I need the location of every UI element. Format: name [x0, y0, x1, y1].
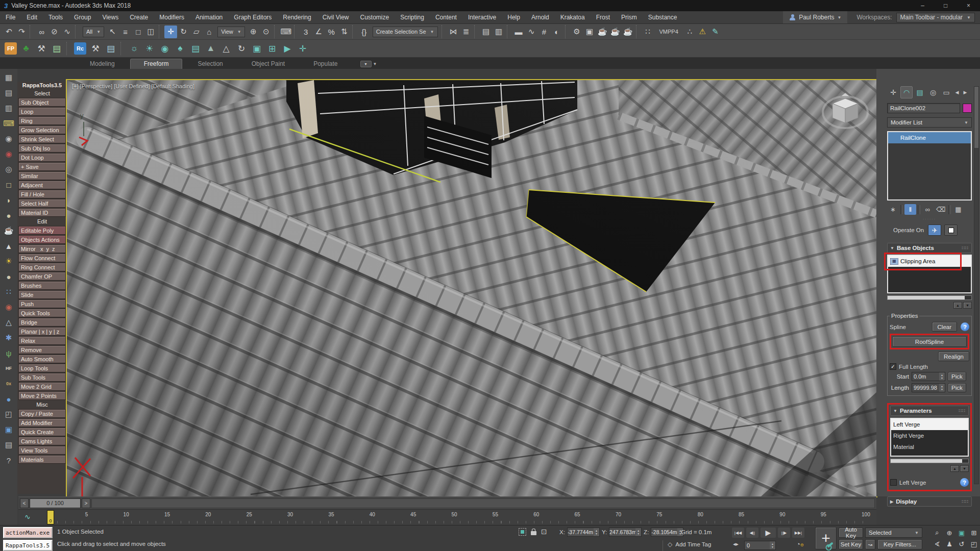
sun-light-icon[interactable]: ☀ — [142, 42, 157, 56]
rappatools-select-half[interactable]: Select Half — [18, 199, 66, 208]
forest-tools-icon[interactable]: ⚒ — [34, 42, 48, 56]
shell-icon[interactable]: ◗ — [2, 194, 15, 206]
parameters-hscrollbar[interactable] — [890, 459, 969, 463]
move-up-button[interactable]: ▲ — [953, 302, 962, 309]
window-crossing-icon[interactable]: ◫ — [144, 26, 157, 38]
dots-icon[interactable]: ∷ — [2, 286, 15, 297]
menu-create[interactable]: Create — [124, 11, 154, 23]
set-keys-button[interactable]: + — [815, 527, 837, 549]
play-button[interactable]: ▶ — [761, 528, 776, 538]
select-and-manipulate-icon[interactable]: ⊙ — [260, 26, 273, 38]
object-color-swatch[interactable] — [963, 104, 972, 113]
rappatools-brushes[interactable]: Brushes — [18, 281, 66, 290]
length-field[interactable]: 99999.98 ▲▼ — [912, 383, 945, 392]
rappatools-push[interactable]: Push — [18, 299, 66, 308]
operate-spline-button[interactable]: ✈ — [928, 224, 941, 236]
display-tab[interactable]: ▭ — [940, 86, 952, 98]
rappatools-quick-tools[interactable]: Quick Tools — [18, 309, 66, 317]
rappatools-loop[interactable]: Loop — [18, 107, 66, 116]
rappatools-shrink-select[interactable]: Shrink Select — [18, 135, 66, 143]
help-icon[interactable]: ? — [2, 455, 15, 466]
layers-stack-icon[interactable]: ▣ — [250, 42, 264, 56]
start-pick-button[interactable]: Pick — [948, 372, 966, 381]
warning-icon[interactable]: ⚠ — [696, 26, 709, 38]
orbit-button[interactable]: ↺ — [955, 538, 968, 549]
rappatools-mirror-x-y-z[interactable]: Mirror x y z — [18, 244, 66, 253]
paint-tools-icon[interactable]: ✎ — [709, 26, 722, 38]
add-time-tag[interactable]: ◇ Add Time Tag — [668, 541, 711, 548]
rappatools-material-id[interactable]: Material ID — [18, 208, 66, 217]
rappatools-add-modifier[interactable]: Add Modifier — [18, 418, 66, 427]
chevron-down-icon[interactable]: ▼ — [373, 62, 377, 66]
sun-icon[interactable]: ☀ — [2, 256, 15, 267]
material-editor-icon[interactable]: ◐ — [551, 26, 564, 38]
rappatools-ring-connect[interactable]: Ring Connect — [18, 263, 66, 271]
left-verge-checkbox[interactable] — [890, 479, 897, 486]
move-down-button[interactable]: ▼ — [960, 465, 969, 472]
taskbar-button-rappatools3-5[interactable]: RappaTools3.5 — [3, 540, 53, 551]
key-selection-dropdown[interactable]: Selected▼ — [865, 528, 922, 538]
parameters-header[interactable]: ▼ Parameters ∷∷ — [890, 406, 969, 416]
redo-icon[interactable]: ↷ — [15, 26, 28, 38]
previous-frame-button[interactable]: ◀|| — [746, 528, 758, 538]
current-frame-field[interactable]: 0 ▲▼ — [744, 541, 776, 550]
base-objects-header[interactable]: ▼ Base Objects ∷∷ — [887, 243, 972, 253]
tree-cutout-icon[interactable]: △ — [219, 42, 233, 56]
y-coordinate-field[interactable]: 247.6783m▲▼ — [609, 528, 642, 537]
selection-filter-dropdown[interactable]: All▼ — [83, 27, 104, 37]
refresh-icon[interactable]: ↻ — [234, 42, 249, 56]
mirror-icon[interactable]: ⋈ — [447, 26, 460, 38]
panel-scrollbar[interactable] — [974, 86, 979, 484]
scatter-trees-icon[interactable]: ♠ — [173, 42, 187, 56]
modify-tab[interactable]: ◠ — [900, 86, 913, 98]
pane-arrow-icon[interactable]: ⊞ — [265, 42, 279, 56]
menu-group[interactable]: Group — [68, 11, 96, 23]
move-up-button[interactable]: ▲ — [950, 465, 959, 472]
display-rollout-header[interactable]: ▶ Display ∷∷ — [887, 496, 972, 507]
rectangular-selection-region-icon[interactable]: □ — [132, 26, 144, 38]
spinner-arrows-icon[interactable]: ▲▼ — [635, 528, 641, 536]
go-to-start-button[interactable]: |◀◀ — [732, 528, 744, 538]
tab-freeform[interactable]: Freeform — [130, 59, 183, 69]
cone-icon[interactable]: ▲ — [2, 240, 15, 252]
rappatools-quick-create[interactable]: Quick Create — [18, 428, 66, 436]
render-setup-icon[interactable]: ⚙ — [571, 26, 583, 38]
realign-button[interactable]: Realign — [938, 352, 969, 361]
select-and-scale-icon[interactable]: ▱ — [190, 26, 203, 38]
forest-pack-icon[interactable]: FP — [5, 42, 17, 55]
pyramid-net-icon[interactable]: △ — [2, 317, 15, 328]
forest-list-icon[interactable]: ▤ — [50, 42, 64, 56]
parameter-item-material[interactable]: Material — [891, 441, 968, 453]
clear-button[interactable]: Clear — [932, 322, 957, 332]
create-tab[interactable]: ✛ — [887, 86, 899, 98]
maximize-button[interactable]: □ — [934, 0, 957, 11]
mini-curve-editor-icon[interactable]: ∿ — [24, 513, 31, 521]
hair-fur-icon[interactable]: HF — [2, 363, 15, 374]
camera-icon[interactable]: ◉ — [158, 42, 172, 56]
tab-selection[interactable]: Selection — [184, 59, 236, 69]
minimize-button[interactable]: – — [911, 0, 934, 11]
zoom-extents-button[interactable]: ▣ — [955, 527, 968, 538]
default-in-out-tangents-icon[interactable]: ↝ — [865, 539, 875, 549]
tab-populate[interactable]: Populate — [300, 59, 351, 69]
menu-arnold[interactable]: Arnold — [526, 11, 555, 23]
render-production-icon[interactable]: ☕ — [596, 26, 609, 38]
z-coordinate-field[interactable]: -28.1054m▲▼ — [651, 528, 683, 537]
rappatools-move-2-points[interactable]: Move 2 Points — [18, 391, 66, 400]
rappatools-sub-object[interactable]: Sub Object — [18, 98, 66, 107]
menu-interactive[interactable]: Interactive — [462, 11, 502, 23]
base-objects-hscrollbar[interactable] — [887, 295, 972, 300]
menu-civil-view[interactable]: Civil View — [317, 11, 355, 23]
rappatools-save[interactable]: + Save — [18, 162, 66, 171]
rappatools-remove[interactable]: Remove — [18, 345, 66, 354]
select-by-name-icon[interactable]: ≡ — [119, 26, 132, 38]
camera-add-icon[interactable]: ✛ — [296, 42, 310, 56]
menu-customize[interactable]: Customize — [355, 11, 395, 23]
rappatools-copy-paste[interactable]: Copy / Paste — [18, 409, 66, 418]
rappatools-bridge[interactable]: Bridge — [18, 318, 66, 327]
ox-icon[interactable]: 0x — [2, 378, 15, 389]
zoom-button[interactable]: ⌕ — [931, 527, 943, 538]
menu-rendering[interactable]: Rendering — [277, 11, 316, 23]
object-name-field[interactable]: RailClone002 — [887, 103, 960, 113]
forest-trees-icon[interactable]: ♣ — [19, 42, 33, 56]
